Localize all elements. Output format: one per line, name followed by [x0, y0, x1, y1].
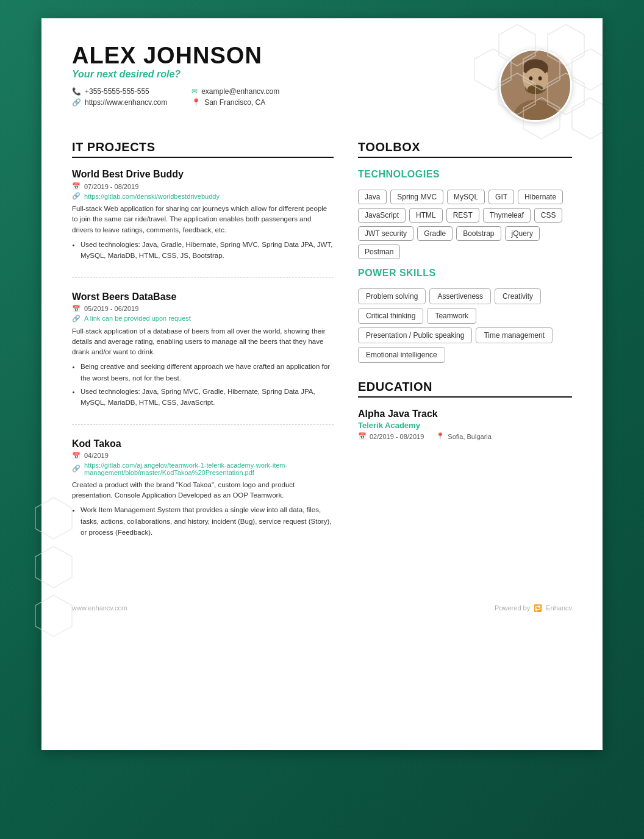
skill-time-management: Time management — [476, 327, 553, 343]
toolbox-title: TOOLBOX — [358, 140, 572, 158]
svg-marker-10 — [35, 546, 72, 588]
tag-css: CSS — [534, 208, 563, 223]
skill-problem-solving: Problem solving — [358, 288, 426, 304]
education-title: EDUCATION — [358, 380, 572, 398]
edu-meta: 📅 02/2019 - 08/2019 📍 Sofia, Bulgaria — [358, 432, 572, 440]
project-2-title: Worst Beers DataBase — [72, 291, 334, 302]
link-icon-3: 🔗 — [72, 465, 80, 473]
skill-creativity: Creativity — [495, 288, 541, 304]
contact-row: 📞 +355-5555-555-555 🔗 https://www.enhanc… — [72, 87, 499, 107]
brand-logo: 🔁 — [534, 604, 542, 612]
main-content: IT PROJECTS World Best Drive Buddy 📅 07/… — [72, 140, 572, 568]
tag-javascript: JavaScript — [358, 208, 406, 223]
tag-thymeleaf: Thymeleaf — [483, 208, 531, 223]
tag-git: GIT — [488, 190, 514, 204]
contact-col-right: ✉ example@enhancv.com 📍 San Francisco, C… — [191, 87, 279, 107]
project-2-bullet-1: Being creative and seeking different app… — [80, 361, 334, 384]
right-column: TOOLBOX TECHNOLOGIES Java Spring MVC MyS… — [358, 140, 572, 568]
svg-marker-9 — [35, 498, 72, 539]
email: example@enhancv.com — [201, 87, 279, 96]
contact-col-left: 📞 +355-5555-555-555 🔗 https://www.enhanc… — [72, 87, 167, 107]
svg-marker-11 — [35, 595, 72, 637]
project-2-dates: 📅 05/2019 - 06/2019 — [72, 305, 334, 313]
svg-point-21 — [534, 82, 537, 85]
footer-brand: Powered by 🔁 Enhancv — [495, 604, 572, 612]
left-column: IT PROJECTS World Best Drive Buddy 📅 07/… — [72, 140, 334, 568]
link-icon-2: 🔗 — [72, 315, 80, 323]
project-2-bullets: Being creative and seeking different app… — [72, 361, 334, 409]
edu-dates: 📅 02/2019 - 08/2019 — [358, 432, 424, 440]
power-skills-tags: Problem solving Assertiveness Creativity… — [358, 288, 572, 363]
project-3-bullet-1: Work Item Management System that provide… — [80, 504, 334, 538]
project-3-dates: 📅 04/2019 — [72, 452, 334, 460]
tag-html: HTML — [409, 208, 443, 223]
project-1-bullet-1: Used technologies: Java, Gradle, Hiberna… — [80, 239, 334, 262]
project-1-dates: 📅 07/2019 - 08/2019 — [72, 182, 334, 190]
tag-postman: Postman — [358, 245, 400, 259]
full-name: ALEX JOHNSON — [72, 43, 499, 69]
svg-point-22 — [528, 85, 544, 94]
tag-mysql: MySQL — [447, 190, 485, 204]
edu-institution: Telerik Academy — [358, 421, 572, 430]
email-icon: ✉ — [191, 87, 198, 96]
powered-by-label: Powered by — [495, 604, 530, 612]
header-left: ALEX JOHNSON Your next desired role? 📞 +… — [72, 43, 499, 107]
project-1-link: 🔗 https://gitlab.com/denski/worldbestdri… — [72, 192, 334, 200]
tag-bootstrap: Bootstrap — [456, 226, 501, 241]
email-item: ✉ example@enhancv.com — [191, 87, 279, 96]
footer-website: www.enhancv.com — [72, 604, 127, 612]
project-1-bullets: Used technologies: Java, Gradle, Hiberna… — [72, 239, 334, 262]
technologies-tags: Java Spring MVC MySQL GIT Hibernate Java… — [358, 190, 572, 259]
education-section: EDUCATION Alpha Java Track Telerik Acade… — [358, 380, 572, 440]
skill-critical-thinking: Critical thinking — [358, 308, 423, 324]
svg-marker-1 — [572, 49, 603, 90]
project-item-3: Kod Takoa 📅 04/2019 🔗 https://gitlab.com… — [72, 438, 334, 554]
tag-hibernate: Hibernate — [518, 190, 563, 204]
project-1-title: World Best Drive Buddy — [72, 169, 334, 180]
location-icon: 📍 — [191, 98, 201, 107]
it-projects-title: IT PROJECTS — [72, 140, 334, 158]
project-2-bullet-2: Used technologies: Java, Spring MVC, Gra… — [80, 386, 334, 409]
link-icon: 🔗 — [72, 98, 81, 107]
tagline: Your next desired role? — [72, 69, 499, 80]
phone-icon: 📞 — [72, 87, 81, 96]
phone: +355-5555-555-555 — [85, 87, 149, 96]
project-3-title: Kod Takoa — [72, 438, 334, 449]
edu-location: 📍 Sofia, Bulgaria — [436, 432, 492, 440]
link-icon-1: 🔗 — [72, 192, 80, 200]
technologies-subtitle: TECHNOLOGIES — [358, 169, 572, 182]
project-3-desc: Created a product with the brand "Kod Ta… — [72, 480, 334, 501]
project-3-bullets: Work Item Management System that provide… — [72, 504, 334, 538]
calendar-icon-1: 📅 — [72, 182, 80, 190]
skill-emotional-intelligence: Emotional intelligence — [358, 347, 445, 363]
calendar-icon-2: 📅 — [72, 305, 80, 313]
edu-degree: Alpha Java Track — [358, 409, 572, 420]
power-skills-subtitle: POWER SKILLS — [358, 268, 572, 281]
location-item: 📍 San Francisco, CA — [191, 98, 279, 107]
tag-spring-mvc: Spring MVC — [390, 190, 443, 204]
resume-page: ALEX JOHNSON Your next desired role? 📞 +… — [41, 18, 603, 750]
website: https://www.enhancv.com — [85, 98, 167, 107]
tag-jwt-security: JWT security — [358, 226, 413, 241]
avatar — [499, 49, 572, 122]
skill-presentation: Presentation / Public speaking — [358, 327, 472, 343]
calendar-icon-edu: 📅 — [358, 432, 367, 440]
project-1-desc: Full-stack Web application for sharing c… — [72, 204, 334, 235]
project-item-2: Worst Beers DataBase 📅 05/2019 - 06/2019… — [72, 291, 334, 425]
tag-java: Java — [358, 190, 387, 204]
project-3-link: 🔗 https://gitlab.com/aj.angelov/teamwork… — [72, 462, 334, 476]
skill-teamwork: Teamwork — [427, 308, 476, 324]
calendar-icon-3: 📅 — [72, 452, 80, 460]
project-2-desc: Full-stack application of a database of … — [72, 326, 334, 358]
footer: www.enhancv.com Powered by 🔁 Enhancv — [72, 598, 572, 612]
brand-name: Enhancv — [546, 604, 572, 612]
project-item-1: World Best Drive Buddy 📅 07/2019 - 08/20… — [72, 169, 334, 278]
svg-marker-7 — [572, 98, 603, 139]
svg-point-19 — [529, 76, 533, 80]
svg-point-20 — [538, 76, 542, 80]
tag-rest: REST — [446, 208, 479, 223]
hex-decoration-left — [29, 491, 78, 677]
project-2-link: 🔗 A link can be provided upon request — [72, 315, 334, 323]
location: San Francisco, CA — [204, 98, 265, 107]
tag-gradle: Gradle — [417, 226, 453, 241]
